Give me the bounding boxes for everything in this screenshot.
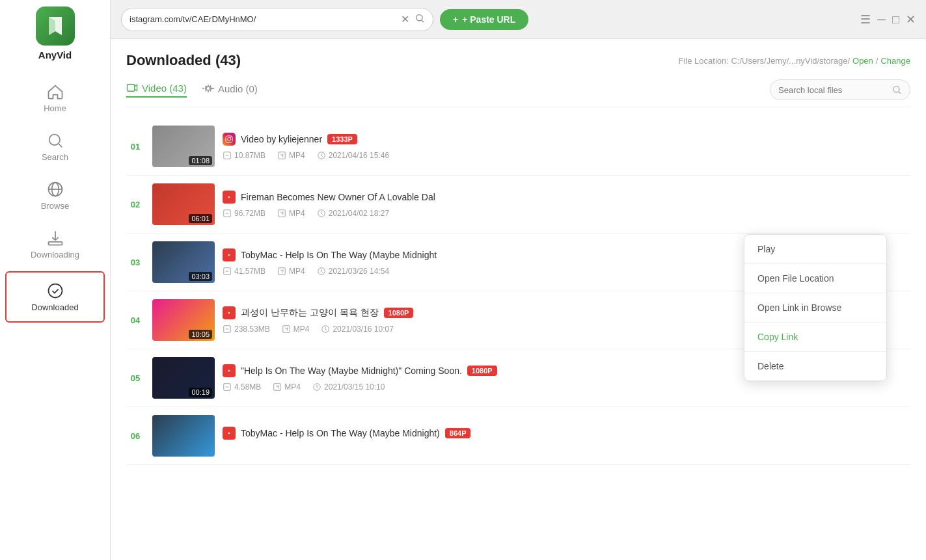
table-row: 01 01:08 Video by kyliejenner 1333P — [126, 118, 910, 176]
maximize-button[interactable]: □ — [892, 14, 899, 25]
thumbnail: 06:01 — [152, 183, 215, 225]
thumbnail: 10:05 — [152, 299, 215, 341]
svg-line-14 — [899, 92, 901, 94]
url-clear-button[interactable]: ✕ — [401, 13, 409, 25]
check-circle-icon — [46, 282, 64, 300]
file-size: 238.53MB — [223, 325, 270, 334]
file-date: 2021/04/02 18:27 — [317, 209, 389, 218]
youtube-icon — [223, 306, 236, 319]
sidebar-item-search-label: Search — [42, 152, 68, 162]
title-row: Fireman Becomes New Owner Of A Lovable D… — [223, 191, 910, 204]
home-icon — [46, 83, 64, 101]
sidebar-item-downloading-label: Downloading — [31, 250, 79, 260]
paste-url-plus: + — [453, 14, 458, 25]
audio-tab-icon — [202, 83, 214, 94]
sidebar-item-browse[interactable]: Browse — [0, 171, 110, 220]
svg-rect-7 — [48, 242, 62, 245]
search-icon — [46, 131, 64, 150]
open-location-link[interactable]: Open — [852, 56, 873, 66]
item-title: Video by kyliejenner — [241, 134, 322, 144]
svg-point-9 — [416, 14, 422, 20]
thumbnail: 03:03 — [152, 241, 215, 283]
sidebar-item-home[interactable]: Home — [0, 73, 110, 122]
content-area: Downloaded (43) File Location: C:/Users/… — [111, 39, 926, 560]
url-bar: istagram.com/tv/CAErDMyHnMO/ ✕ — [121, 8, 433, 31]
logo-area: AnyVid — [36, 7, 75, 60]
main-content: istagram.com/tv/CAErDMyHnMO/ ✕ + + Paste… — [111, 0, 926, 560]
file-size: 10.87MB — [223, 151, 266, 160]
duration-badge: 06:01 — [189, 214, 212, 223]
thumbnail: 01:08 — [152, 126, 215, 167]
sidebar-item-browse-label: Browse — [41, 201, 69, 211]
duration-badge: 10:05 — [189, 330, 212, 339]
file-location: File Location: C:/Users/Jemy/...nyVid/st… — [679, 56, 910, 66]
svg-rect-15 — [226, 136, 232, 142]
window-controls: ☰ ─ □ ✕ — [860, 14, 916, 25]
title-row: Video by kyliejenner 1333P — [223, 133, 910, 146]
search-input[interactable] — [778, 85, 888, 95]
item-title: 괴성이 난무하는 고양이 목욕 현장 — [241, 307, 379, 319]
item-number: 02 — [126, 200, 144, 209]
quality-badge: 864P — [445, 428, 471, 438]
item-info: Fireman Becomes New Owner Of A Lovable D… — [223, 191, 910, 218]
sidebar-item-downloaded-label: Downloaded — [31, 302, 78, 312]
download-icon — [46, 229, 64, 247]
item-number: 06 — [126, 431, 144, 441]
topbar: istagram.com/tv/CAErDMyHnMO/ ✕ + + Paste… — [111, 0, 926, 39]
change-location-link[interactable]: Change — [880, 56, 910, 66]
url-text: istagram.com/tv/CAErDMyHnMO/ — [129, 14, 396, 24]
video-tab-icon — [126, 82, 138, 94]
youtube-icon — [223, 427, 236, 440]
sidebar-item-search[interactable]: Search — [0, 122, 110, 171]
url-search-icon[interactable] — [415, 13, 425, 26]
item-title: TobyMac - Help Is On The Way (Maybe Midn… — [241, 428, 440, 438]
svg-point-8 — [48, 284, 62, 298]
search-box — [770, 79, 910, 100]
tab-audio[interactable]: Audio (0) — [202, 83, 258, 97]
sidebar-item-downloaded[interactable]: Downloaded — [5, 271, 105, 323]
table-row: 06 TobyMac - Help Is On The Way (Maybe M… — [126, 407, 910, 465]
file-format: MP4 — [277, 151, 305, 160]
item-meta: 10.87MB MP4 2021/04/16 15:46 — [223, 151, 910, 160]
menu-icon[interactable]: ☰ — [860, 14, 871, 25]
file-size: 96.72MB — [223, 209, 266, 218]
file-location-label: File Location: C:/Users/Jemy/...nyVid/st… — [679, 56, 850, 66]
context-menu-play[interactable]: Play — [744, 235, 886, 264]
title-row: TobyMac - Help Is On The Way (Maybe Midn… — [223, 427, 910, 440]
paste-url-button[interactable]: + + Paste URL — [440, 9, 528, 30]
context-menu-copy-link[interactable]: Copy Link — [744, 323, 886, 352]
file-date: 2021/04/16 15:46 — [317, 151, 389, 160]
app-logo — [36, 7, 75, 46]
svg-point-12 — [206, 87, 210, 90]
item-number: 01 — [126, 142, 144, 152]
context-menu-open-file-location[interactable]: Open File Location — [744, 264, 886, 293]
paste-url-label: + Paste URL — [462, 14, 515, 25]
sidebar: AnyVid Home Search Browse Downloading — [0, 0, 111, 560]
svg-point-13 — [893, 87, 899, 92]
item-info: Video by kyliejenner 1333P 10.87MB MP4 — [223, 133, 910, 160]
sidebar-item-downloading[interactable]: Downloading — [0, 220, 110, 269]
item-info: TobyMac - Help Is On The Way (Maybe Midn… — [223, 427, 910, 445]
thumbnail — [152, 415, 215, 457]
duration-badge: 01:08 — [189, 156, 212, 165]
context-menu-open-link[interactable]: Open Link in Browse — [744, 293, 886, 323]
file-format: MP4 — [282, 325, 310, 334]
page-title: Downloaded (43) — [126, 52, 241, 69]
file-location-separator: / — [876, 56, 878, 66]
tab-video[interactable]: Video (43) — [126, 82, 187, 98]
item-title: TobyMac - Help Is On The Way (Maybe Midn… — [241, 250, 437, 260]
item-meta: 4.58MB MP4 2021/03/15 10:10 — [223, 382, 910, 392]
file-format: MP4 — [273, 382, 301, 392]
svg-point-16 — [228, 138, 231, 141]
context-menu-delete[interactable]: Delete — [744, 352, 886, 380]
svg-point-17 — [230, 137, 231, 138]
close-button[interactable]: ✕ — [906, 14, 916, 25]
svg-rect-11 — [128, 85, 135, 92]
instagram-icon — [223, 133, 236, 146]
sidebar-item-home-label: Home — [44, 103, 66, 113]
minimize-button[interactable]: ─ — [877, 14, 886, 25]
file-date: 2021/03/26 14:54 — [317, 267, 389, 276]
file-date: 2021/03/15 10:10 — [312, 382, 385, 392]
item-title: Fireman Becomes New Owner Of A Lovable D… — [241, 192, 435, 202]
youtube-icon — [223, 191, 236, 204]
